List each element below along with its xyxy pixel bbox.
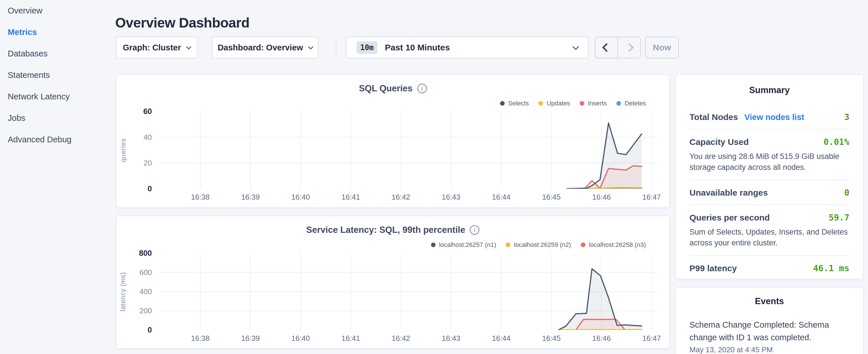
y-axis-tick: 60	[143, 107, 152, 116]
legend-dot-icon	[431, 243, 436, 247]
x-axis-tick: 16:47	[642, 334, 661, 343]
summary-stat-description: Sum of Selects, Updates, Inserts, and De…	[689, 227, 849, 248]
legend-dot-icon	[616, 101, 621, 106]
summary-stat-value: 59.7	[829, 213, 849, 223]
summary-stat-row: Total NodesView nodes list3	[689, 112, 849, 122]
summary-panel: Summary Total NodesView nodes list3Capac…	[675, 74, 864, 279]
x-axis-tick: 16:42	[392, 193, 410, 202]
x-axis-tick: 16:46	[592, 193, 611, 202]
summary-stat-label: Unavailable ranges	[689, 188, 768, 198]
y-axis-tick: 0	[148, 185, 152, 193]
chevron-right-icon	[625, 43, 633, 52]
graph-scope-dropdown-label: Graph: Cluster	[123, 43, 181, 53]
chart-title: SQL Queries	[359, 83, 412, 94]
sidebar: OverviewMetricsDatabasesStatementsNetwor…	[0, 0, 112, 354]
sidebar-item-metrics[interactable]: Metrics	[0, 22, 112, 43]
legend-item[interactable]: localhost:26259 (n2)	[506, 241, 571, 249]
summary-stat-row: Queries per second59.7	[689, 213, 849, 223]
legend-item[interactable]: Inserts	[580, 100, 607, 107]
legend-label: Deletes	[624, 100, 646, 107]
legend-item[interactable]: Selects	[500, 100, 529, 107]
info-icon[interactable]: i	[470, 225, 479, 235]
next-time-window-button[interactable]	[618, 37, 640, 58]
chart-title: Service Latency: SQL, 99th percentile	[306, 225, 465, 235]
events-panel-title: Events	[689, 288, 849, 307]
y-axis-tick: 200	[140, 307, 152, 315]
x-axis-tick: 16:44	[492, 334, 510, 343]
info-icon[interactable]: i	[417, 84, 427, 93]
summary-stat-value: 0.01%	[824, 137, 849, 147]
y-axis-label: latency (ms)	[117, 253, 129, 330]
summary-stat-label: Capacity Used	[689, 137, 749, 147]
chevron-down-icon	[186, 44, 191, 49]
sidebar-item-jobs[interactable]: Jobs	[0, 107, 112, 129]
time-range-dropdown[interactable]: 10m Past 10 Minutes	[346, 37, 588, 58]
legend-dot-icon	[538, 101, 543, 106]
time-step-buttons	[595, 37, 641, 58]
summary-stat-row: Unavailable ranges0	[689, 188, 849, 198]
summary-stat-label: Queries per second	[689, 213, 770, 223]
legend-label: Inserts	[588, 100, 607, 107]
x-axis-tick: 16:45	[542, 334, 560, 343]
summary-stat: Unavailable ranges0	[689, 180, 849, 204]
sidebar-item-overview[interactable]: Overview	[0, 0, 112, 22]
now-button[interactable]: Now	[645, 37, 679, 58]
summary-stat-label: P99 latency	[689, 263, 737, 273]
y-axis-tick: 40	[144, 133, 152, 142]
events-list: Schema Change Completed: Schema change w…	[689, 319, 849, 354]
y-axis-tick: 600	[140, 268, 152, 277]
legend-dot-icon	[500, 101, 505, 106]
summary-stat-label: Total Nodes	[689, 112, 738, 122]
summary-stat-value: 0	[844, 188, 849, 198]
legend-dot-icon	[506, 243, 510, 247]
summary-stat: Queries per second59.7Sum of Selects, Up…	[689, 204, 849, 255]
legend-item[interactable]: Updates	[538, 100, 570, 107]
service-latency-plot-area[interactable]: latency (ms) 020040060080016:3816:3916:4…	[160, 253, 657, 330]
summary-stat-description: You are using 28.6 MiB of 515.9 GiB usab…	[689, 151, 849, 173]
time-window-label: Past 10 Minutes	[385, 43, 450, 53]
chart-legend: localhost:26257 (n1)localhost:26259 (n2)…	[431, 241, 646, 249]
y-axis-tick: 0	[148, 326, 152, 334]
summary-stat: P99 latency46.1 ms	[689, 255, 849, 279]
sidebar-nav-list: OverviewMetricsDatabasesStatementsNetwor…	[0, 0, 112, 150]
summary-stat-value: 46.1 ms	[813, 263, 849, 273]
x-axis-tick: 16:46	[592, 334, 611, 343]
previous-time-window-button[interactable]	[595, 37, 618, 58]
summary-stats-list: Total NodesView nodes list3Capacity Used…	[689, 95, 849, 279]
legend-label: Updates	[547, 100, 570, 107]
x-axis-tick: 16:43	[442, 334, 460, 343]
x-axis-tick: 16:38	[191, 334, 210, 343]
legend-item[interactable]: localhost:26257 (n1)	[431, 241, 496, 249]
summary-panel-title: Summary	[689, 75, 849, 95]
x-axis-tick: 16:40	[291, 193, 310, 202]
dashboard-dropdown-label: Dashboard: Overview	[217, 43, 303, 53]
summary-stat-value: 3	[844, 112, 849, 122]
sidebar-item-databases[interactable]: Databases	[0, 43, 112, 64]
view-nodes-list-link[interactable]: View nodes list	[744, 112, 804, 122]
x-axis-tick: 16:41	[341, 334, 360, 343]
legend-label: Selects	[508, 100, 529, 107]
x-axis-tick: 16:39	[241, 334, 260, 343]
x-axis-tick: 16:40	[291, 334, 310, 343]
chevron-down-icon	[572, 43, 579, 50]
dashboard-dropdown[interactable]: Dashboard: Overview	[212, 37, 318, 58]
event-timestamp: May 13, 2020 at 4:45 PM	[689, 345, 849, 354]
legend-item[interactable]: Deletes	[616, 100, 646, 107]
legend-label: localhost:26257 (n1)	[439, 241, 496, 249]
x-axis-tick: 16:42	[392, 334, 410, 343]
x-axis-tick: 16:45	[542, 193, 560, 202]
sidebar-item-statements[interactable]: Statements	[0, 64, 112, 86]
toolbar-divider	[336, 40, 336, 55]
legend-dot-icon	[581, 243, 585, 247]
legend-item[interactable]: localhost:26258 (n3)	[581, 241, 646, 249]
summary-stat-row: P99 latency46.1 ms	[689, 263, 849, 273]
legend-label: localhost:26259 (n2)	[514, 241, 571, 249]
chart-legend: SelectsUpdatesInsertsDeletes	[500, 100, 646, 107]
x-axis-tick: 16:39	[241, 193, 260, 202]
graph-scope-dropdown[interactable]: Graph: Cluster	[116, 37, 197, 58]
event-list-item[interactable]: Schema Change Completed: Schema change w…	[689, 319, 849, 354]
sidebar-item-advanced-debug[interactable]: Advanced Debug	[0, 129, 112, 150]
sidebar-item-network-latency[interactable]: Network Latency	[0, 86, 112, 107]
x-axis-tick: 16:43	[442, 193, 460, 202]
sql-queries-plot-area[interactable]: queries 020406016:3816:3916:4016:4116:42…	[160, 111, 657, 189]
